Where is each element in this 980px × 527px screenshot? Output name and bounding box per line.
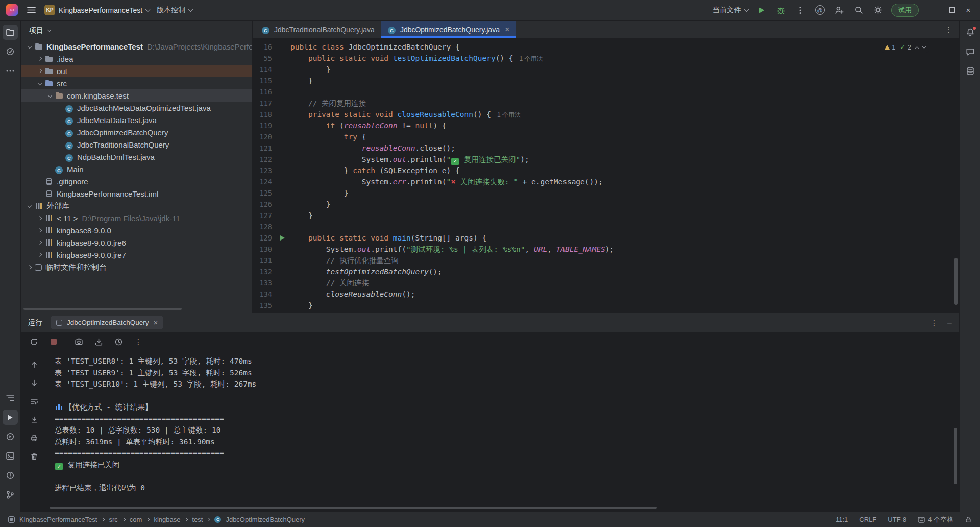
console-horizontal-scrollbar[interactable]	[50, 507, 657, 509]
code-line[interactable]: 55 public static void testOptimizedBatch…	[253, 53, 959, 64]
tree-item-kingbase8-9-0-0[interactable]: kingbase8-9.0.0	[21, 224, 252, 236]
run-panel-more-icon[interactable]: ⋮	[930, 319, 938, 327]
run-button[interactable]	[755, 4, 768, 16]
code-line[interactable]: 114 }	[253, 64, 959, 75]
code-editor[interactable]: 16public class JdbcOptimizedBatchQuery {…	[253, 39, 959, 313]
tree-item-jdbctraditionalbatchquery[interactable]: CJdbcTraditionalBatchQuery	[21, 138, 252, 151]
breadcrumb-kingbaseperformancetest[interactable]: KingbasePerformanceTest	[19, 516, 97, 523]
ai-assistant-icon[interactable]: @	[814, 4, 826, 16]
tree-item-main[interactable]: CMain	[21, 163, 252, 175]
chevron-down-icon[interactable]	[28, 44, 32, 49]
code-line[interactable]: 16public class JdbcOptimizedBatchQuery {	[253, 41, 959, 53]
tree-item-idea[interactable]: .idea	[21, 53, 252, 65]
code-line[interactable]: 135 }	[253, 300, 959, 311]
chevron-down-icon[interactable]	[48, 93, 52, 98]
next-problem-icon[interactable]	[922, 44, 926, 48]
code-line[interactable]: 119 if (reusableConn != null) {	[253, 120, 959, 131]
notifications-bell-icon[interactable]	[963, 25, 978, 40]
console-vertical-scrollbar[interactable]	[954, 428, 957, 484]
close-run-tab-icon[interactable]: ×	[154, 319, 158, 326]
trial-badge[interactable]: 试用	[891, 4, 919, 17]
chevron-down-icon[interactable]	[28, 204, 32, 208]
more-actions-icon[interactable]	[794, 4, 806, 16]
window-minimize-button[interactable]: –	[928, 3, 943, 18]
code-line[interactable]: 118 private static void closeReusableCon…	[253, 109, 959, 120]
breadcrumb-test[interactable]: test	[192, 516, 203, 523]
code-line[interactable]: 116	[253, 86, 959, 98]
run-panel-hide-icon[interactable]: –	[947, 318, 952, 327]
window-close-button[interactable]: ×	[961, 3, 976, 18]
editor-tab-jdbcoptimizedbatchquery-java[interactable]: CJdbcOptimizedBatchQuery.java×	[381, 21, 516, 38]
tree-item-gitignore[interactable]: .gitignore	[21, 175, 252, 187]
code-line[interactable]: 129 public static void main(String[] arg…	[253, 232, 959, 244]
chevron-right-icon[interactable]	[28, 265, 32, 269]
vcs-widget[interactable]: 版本控制	[157, 6, 192, 15]
code-line[interactable]: 123 } catch (SQLException e) {	[253, 165, 959, 176]
breadcrumb-com[interactable]: com	[130, 516, 142, 523]
version-control-tool-icon[interactable]	[3, 487, 18, 502]
tree-item-com-kingbase-test[interactable]: com.kingbase.test	[21, 89, 252, 102]
tree-item-kingbase8-9-0-0-jre7[interactable]: kingbase8-9.0.0.jre7	[21, 249, 252, 261]
code-line[interactable]: 128	[253, 221, 959, 232]
chevron-right-icon[interactable]	[38, 253, 42, 257]
tree-item-out[interactable]: out	[21, 65, 252, 77]
tree-item-item[interactable]: 外部库	[21, 200, 252, 212]
code-line[interactable]: 125 }	[253, 187, 959, 199]
run-tab[interactable]: JdbcOptimizedBatchQuery ×	[51, 316, 163, 329]
code-with-me-icon[interactable]	[833, 4, 845, 16]
chevron-down-icon[interactable]	[38, 81, 42, 85]
close-tab-icon[interactable]: ×	[505, 26, 509, 34]
tree-item-src[interactable]: src	[21, 77, 252, 89]
code-line[interactable]: 124 System.err.println(" 关闭连接失败: " + e.g…	[253, 176, 959, 187]
run-line-icon[interactable]	[277, 232, 290, 244]
tree-item-kingbaseperformancetest-iml[interactable]: KingbasePerformanceTest.iml	[21, 187, 252, 200]
breadcrumb-kingbase[interactable]: kingbase	[154, 516, 180, 523]
editor-vertical-scrollbar[interactable]	[954, 258, 958, 305]
terminal-tool-icon[interactable]	[3, 448, 18, 464]
window-maximize-button[interactable]	[944, 3, 960, 18]
code-line[interactable]: 127 }	[253, 210, 959, 221]
code-line[interactable]: 115 }	[253, 75, 959, 86]
database-tool-icon[interactable]	[963, 63, 978, 79]
project-tool-icon[interactable]	[3, 25, 18, 40]
code-line[interactable]: 131 // 执行优化批量查询	[253, 255, 959, 266]
debug-button[interactable]	[775, 4, 787, 16]
code-line[interactable]: 133 // 关闭连接	[253, 277, 959, 289]
code-line[interactable]: 134 closeReusableConn();	[253, 289, 959, 300]
settings-gear-icon[interactable]	[872, 4, 884, 16]
main-menu-icon[interactable]	[25, 4, 37, 16]
project-selector[interactable]: KP KingbasePerformanceTest	[44, 5, 150, 15]
more-tool-windows-icon[interactable]	[3, 63, 18, 79]
code-line[interactable]: 120 try {	[253, 131, 959, 142]
breadcrumb-src[interactable]: src	[109, 516, 117, 523]
tree-item-kingbaseperformancetest[interactable]: KingbasePerformanceTestD:\JavaProjects\K…	[21, 40, 252, 53]
import-test-results-icon[interactable]	[92, 336, 105, 348]
project-horizontal-scrollbar[interactable]	[23, 308, 182, 310]
code-line[interactable]: 132 testOptimizedBatchQuery();	[253, 266, 959, 277]
chevron-right-icon[interactable]	[38, 57, 42, 61]
code-line[interactable]: 122 System.out.println(" 复用连接已关闭");	[253, 154, 959, 165]
run-toolbar-more-icon[interactable]: ⋮	[132, 336, 144, 348]
problems-tool-icon[interactable]	[3, 468, 18, 483]
tree-item-jdbcoptimizedbatchquery[interactable]: CJdbcOptimizedBatchQuery	[21, 126, 252, 138]
soft-wrap-icon[interactable]	[28, 395, 40, 408]
up-stacktrace-icon[interactable]	[28, 358, 40, 371]
editor-options-icon[interactable]: ⋮	[945, 25, 953, 34]
code-line[interactable]: 121 reusableConn.close();	[253, 142, 959, 154]
chevron-right-icon[interactable]	[38, 216, 42, 220]
line-separator-widget[interactable]: CRLF	[859, 516, 876, 523]
chevron-right-icon[interactable]	[38, 241, 42, 245]
console-output[interactable]: 表 'TEST_USER8': 1 主键列, 53 字段, 耗时: 470ms表…	[55, 355, 948, 500]
run-config-selector[interactable]: 当前文件	[713, 6, 748, 15]
code-line[interactable]: 126 }	[253, 199, 959, 210]
tree-item-jdbcmetadatatest-java[interactable]: CJdbcMetaDataTest.java	[21, 114, 252, 126]
inspections-widget[interactable]: 1 ✓ 2	[880, 42, 929, 53]
code-line[interactable]: 130 System.out.printf("测试环境: %s | 表列表: %…	[253, 244, 959, 255]
tree-item-item[interactable]: 临时文件和控制台	[21, 261, 252, 273]
chevron-right-icon[interactable]	[38, 228, 42, 232]
previous-problem-icon[interactable]	[915, 46, 919, 50]
search-icon[interactable]	[852, 4, 865, 16]
scroll-to-end-icon[interactable]	[28, 414, 40, 426]
tree-item-11[interactable]: < 11 >D:\Program Files\Java\jdk-11	[21, 212, 252, 224]
rerun-icon[interactable]	[28, 336, 40, 348]
